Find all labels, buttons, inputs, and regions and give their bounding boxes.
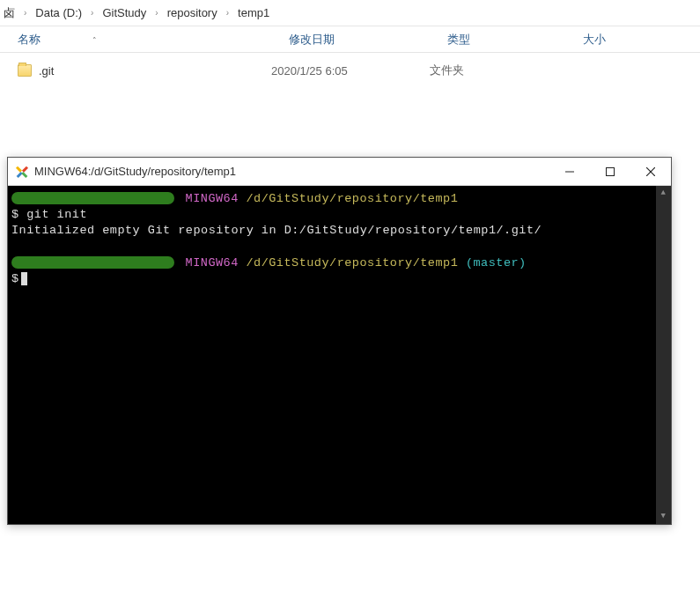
chevron-right-icon: › xyxy=(85,8,99,18)
titlebar[interactable]: MINGW64:/d/GitStudy/repository/temp1 xyxy=(8,158,671,186)
terminal-body[interactable]: MINGW64 /d/GitStudy/repository/temp1 $ g… xyxy=(8,186,671,524)
column-header-size[interactable]: 大小 xyxy=(572,32,660,48)
breadcrumb-item-repository[interactable]: repository xyxy=(164,6,221,19)
terminal-window: MINGW64:/d/GitStudy/repository/temp1 MIN… xyxy=(7,157,672,525)
folder-icon xyxy=(18,64,32,77)
column-header-type[interactable]: 类型 xyxy=(440,32,572,48)
file-list-header: 名称 ˄ 修改日期 类型 大小 xyxy=(0,26,700,53)
window-title: MINGW64:/d/GitStudy/repository/temp1 xyxy=(34,165,549,178)
svg-rect-1 xyxy=(17,172,23,178)
column-header-name[interactable]: 名称 ˄ xyxy=(0,32,282,48)
terminal-prompt: $ xyxy=(11,271,671,287)
breadcrumb-item-data-d[interactable]: Data (D:) xyxy=(32,6,85,19)
svg-rect-5 xyxy=(607,167,615,175)
svg-rect-3 xyxy=(21,172,27,178)
breadcrumb: 卤 › Data (D:) › GitStudy › repository › … xyxy=(0,0,700,26)
cursor-icon xyxy=(21,272,27,285)
chevron-right-icon: › xyxy=(221,8,234,18)
maximize-button[interactable] xyxy=(590,158,630,186)
terminal-line: MINGW64 /d/GitStudy/repository/temp1 xyxy=(11,191,671,207)
breadcrumb-item-gitstudy[interactable]: GitStudy xyxy=(99,6,150,19)
user-host-redacted xyxy=(11,256,174,269)
file-date: 2020/1/25 6:05 xyxy=(264,64,423,78)
scroll-down-icon[interactable]: ▼ xyxy=(656,509,671,524)
scroll-up-icon[interactable]: ▲ xyxy=(656,186,671,201)
svg-rect-0 xyxy=(22,166,28,172)
git-bash-icon xyxy=(15,165,29,179)
file-row[interactable]: .git 2020/1/25 6:05 文件夹 xyxy=(0,58,700,83)
chevron-right-icon: › xyxy=(18,8,32,18)
file-name: .git xyxy=(39,64,54,78)
svg-rect-2 xyxy=(16,166,22,172)
close-button[interactable] xyxy=(630,158,671,186)
terminal-command: $ git init xyxy=(11,207,671,223)
breadcrumb-item-truncated[interactable]: 卤 xyxy=(0,5,18,21)
scrollbar[interactable]: ▲ ▼ xyxy=(656,186,671,524)
file-type: 文件夹 xyxy=(423,63,555,78)
column-header-date[interactable]: 修改日期 xyxy=(282,32,440,48)
user-host-redacted xyxy=(11,192,174,204)
terminal-output: Initialized empty Git repository in D:/G… xyxy=(11,223,671,239)
chevron-right-icon: › xyxy=(150,8,163,18)
terminal-line: MINGW64 /d/GitStudy/repository/temp1 (ma… xyxy=(11,255,671,271)
terminal-blank xyxy=(11,240,671,255)
minimize-button[interactable] xyxy=(549,158,590,186)
sort-asc-icon: ˄ xyxy=(92,36,97,45)
breadcrumb-item-temp1[interactable]: temp1 xyxy=(234,6,273,19)
